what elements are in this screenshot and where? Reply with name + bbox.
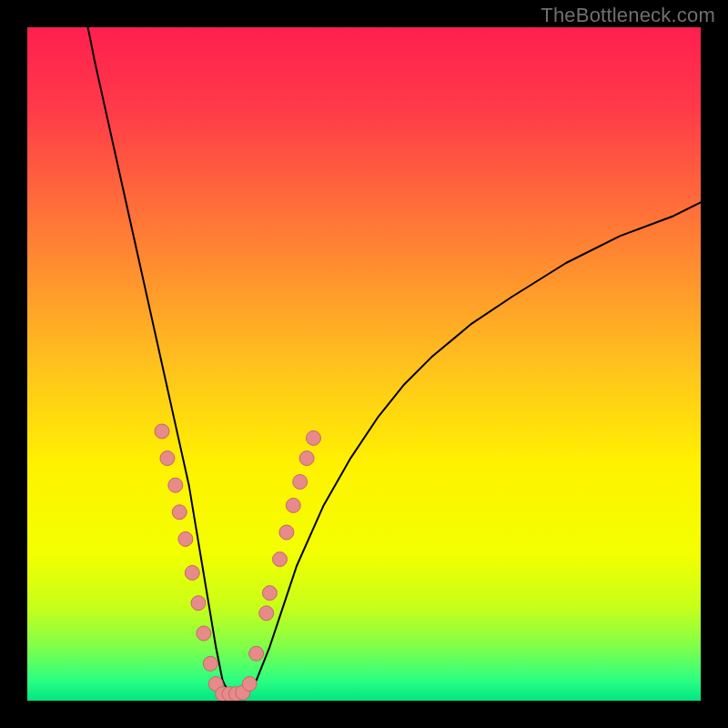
highlight-point (259, 606, 274, 621)
highlight-point (197, 626, 211, 641)
outer-frame: TheBottleneck.com (0, 0, 728, 728)
highlight-point (273, 552, 288, 567)
highlight-point (307, 430, 321, 445)
chart-svg (27, 27, 701, 701)
highlight-point (191, 596, 206, 611)
watermark-text: TheBottleneck.com (541, 4, 715, 27)
highlight-point (155, 424, 169, 439)
highlight-point (160, 451, 175, 466)
highlight-point (299, 451, 314, 466)
highlight-point (262, 586, 277, 601)
highlight-point (279, 525, 294, 540)
highlight-point (168, 478, 183, 492)
plot-area (27, 27, 701, 701)
gradient-background (27, 27, 701, 701)
highlight-point (242, 677, 257, 692)
highlight-point (293, 475, 308, 490)
highlight-point (178, 531, 193, 546)
highlight-point (172, 505, 187, 520)
highlight-point (203, 656, 217, 671)
highlight-point (185, 565, 199, 580)
highlight-point (286, 498, 300, 512)
highlight-point (249, 646, 264, 661)
